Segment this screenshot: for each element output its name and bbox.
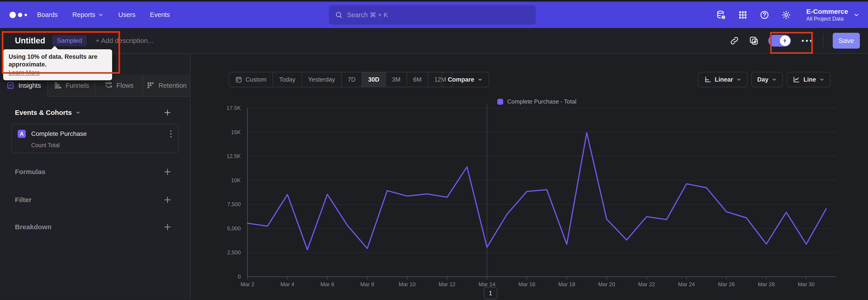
event-name[interactable]: Complete Purchase — [31, 130, 87, 138]
nav-right: E-Commerce All Project Data — [716, 8, 860, 22]
svg-text:Mar 18: Mar 18 — [558, 281, 575, 287]
add-description[interactable]: + Add description... — [96, 37, 153, 44]
main-nav: BoardsReportsUsersEvents — [37, 11, 170, 19]
flows-icon — [104, 81, 113, 90]
project-selector[interactable]: E-Commerce All Project Data — [806, 8, 860, 22]
nav-item-boards[interactable]: Boards — [37, 11, 58, 19]
tab-label: Insights — [18, 82, 41, 89]
sampling-toggle[interactable] — [768, 35, 791, 47]
top-nav: BoardsReportsUsersEvents Search ⌘ + K E-… — [0, 2, 868, 28]
svg-text:Mar 22: Mar 22 — [638, 281, 655, 287]
tab-retention[interactable]: Retention — [143, 74, 190, 97]
svg-text:Mar 20: Mar 20 — [598, 281, 615, 287]
apps-grid-icon[interactable] — [738, 10, 748, 20]
lightning-bolt-icon — [782, 37, 788, 44]
search-input[interactable]: Search ⌘ + K — [329, 5, 536, 25]
section-label-filter: Filter — [15, 196, 31, 204]
add-event-button[interactable] — [163, 108, 172, 117]
retention-icon — [147, 81, 155, 90]
add-filter-button[interactable] — [163, 195, 172, 204]
svg-text:Mar 14: Mar 14 — [478, 281, 495, 287]
tab-label: Funnels — [66, 82, 89, 89]
report-header: Untitled Sampled + Add description... Sa… — [0, 28, 868, 54]
svg-text:17.5K: 17.5K — [226, 105, 241, 111]
app-root: BoardsReportsUsersEvents Search ⌘ + K E-… — [0, 0, 868, 300]
window-top-strip — [0, 0, 868, 2]
svg-text:Mar 28: Mar 28 — [758, 281, 775, 287]
svg-text:15K: 15K — [231, 129, 241, 135]
report-actions: Save — [730, 33, 860, 49]
nav-item-label: Users — [118, 11, 135, 19]
svg-text:Mar 6: Mar 6 — [320, 281, 334, 287]
svg-text:Mar 10: Mar 10 — [399, 281, 416, 287]
section-filter: Filter — [15, 195, 172, 204]
events-cohorts-header: Events & Cohorts — [15, 108, 172, 117]
section-breakdown: Breakdown — [15, 222, 172, 232]
search-icon — [335, 11, 343, 19]
event-card[interactable]: A Complete Purchase Count Total — [11, 124, 179, 153]
svg-text:Mar 8: Mar 8 — [360, 281, 374, 287]
project-name: E-Commerce — [806, 8, 848, 16]
add-formulas-button[interactable] — [163, 167, 172, 176]
section-label-breakdown: Breakdown — [15, 223, 52, 231]
svg-text:5,000: 5,000 — [227, 226, 241, 232]
chevron-down-icon — [853, 11, 860, 18]
toggle-knob — [780, 35, 790, 46]
event-series-badge: A — [18, 130, 26, 138]
nav-item-label: Events — [150, 11, 170, 19]
save-button[interactable]: Save — [833, 33, 860, 49]
learn-more-link[interactable]: Learn More — [8, 69, 40, 76]
nav-item-label: Reports — [72, 11, 95, 19]
sampling-tooltip: Using 10% of data. Results are approxima… — [3, 49, 112, 80]
add-breakdown-button[interactable] — [163, 222, 172, 232]
svg-text:2,500: 2,500 — [227, 249, 241, 256]
nav-item-users[interactable]: Users — [118, 11, 135, 19]
pagination-page-1[interactable]: 1 — [484, 287, 497, 299]
help-icon[interactable] — [759, 10, 770, 20]
section-formulas: Formulas — [15, 167, 172, 176]
kebab-menu-icon[interactable] — [169, 129, 173, 138]
mixpanel-logo-icon[interactable] — [9, 10, 34, 20]
more-horizontal-icon[interactable] — [800, 38, 813, 43]
svg-text:12.5K: 12.5K — [226, 153, 241, 159]
nav-item-reports[interactable]: Reports — [72, 11, 104, 19]
copy-add-icon[interactable] — [749, 36, 759, 46]
svg-text:Mar 30: Mar 30 — [798, 281, 815, 287]
events-cohorts-label[interactable]: Events & Cohorts — [15, 109, 72, 116]
report-title[interactable]: Untitled — [15, 36, 45, 46]
tooltip-text: Using 10% of data. Results are approxima… — [8, 53, 107, 68]
main-area: InsightsFunnelsFlowsRetention Events & C… — [0, 54, 868, 300]
project-scope: All Project Data — [806, 16, 848, 22]
tab-label: Flows — [116, 82, 133, 89]
search-placeholder: Search ⌘ + K — [347, 11, 388, 19]
funnels-icon — [54, 81, 62, 90]
divider — [823, 34, 823, 47]
svg-text:Mar 26: Mar 26 — [718, 281, 735, 287]
tooltip-arrow — [51, 46, 58, 50]
svg-text:Mar 12: Mar 12 — [438, 281, 456, 287]
svg-text:Mar 4: Mar 4 — [281, 281, 294, 287]
event-aggregation[interactable]: Count Total — [31, 142, 173, 149]
sampled-badge[interactable]: Sampled — [53, 35, 87, 46]
line-chart[interactable]: 02,5005,0007,50010K12.5K15K17.5KMar 2Mar… — [191, 54, 868, 300]
svg-text:10K: 10K — [231, 177, 241, 183]
link-icon[interactable] — [730, 36, 739, 46]
insights-icon — [6, 81, 15, 90]
svg-text:Mar 16: Mar 16 — [519, 281, 535, 287]
settings-icon[interactable] — [781, 10, 792, 20]
chart-panel: CustomTodayYesterday7D30D3M6M12M Compare… — [191, 54, 868, 300]
nav-item-events[interactable]: Events — [150, 11, 170, 19]
query-sidebar: InsightsFunnelsFlowsRetention Events & C… — [0, 54, 191, 300]
data-management-icon[interactable] — [716, 10, 726, 20]
svg-text:0: 0 — [238, 274, 241, 280]
nav-item-label: Boards — [37, 11, 58, 19]
svg-text:Mar 24: Mar 24 — [678, 281, 695, 287]
svg-text:Mar 2: Mar 2 — [241, 281, 254, 287]
section-label-formulas: Formulas — [15, 168, 45, 176]
chevron-down-icon — [98, 12, 104, 18]
tab-label: Retention — [159, 82, 187, 89]
svg-text:7,500: 7,500 — [227, 201, 241, 207]
chevron-down-icon — [75, 110, 81, 116]
